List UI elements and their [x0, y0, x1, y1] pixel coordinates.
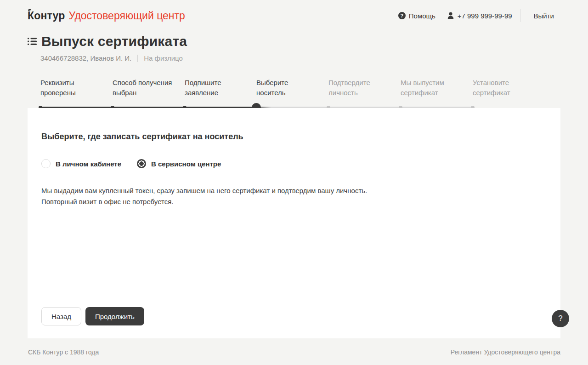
- title-row: Выпуск сертификата: [28, 33, 560, 50]
- logout-button[interactable]: Выйти: [534, 12, 554, 20]
- radio-circle-selected[interactable]: [137, 159, 146, 168]
- step-issue-certificate: Мы выпустим сертификат: [401, 78, 451, 98]
- user-phone: +7 999 999-99-99: [458, 12, 512, 20]
- person-icon: [447, 12, 454, 19]
- help-question-icon: ?: [398, 12, 406, 19]
- step-install-certificate: Установите сертификат: [473, 78, 523, 98]
- subtitle-id: 340466728832, Иванов И. И.: [40, 54, 131, 62]
- help-fab-button[interactable]: ?: [552, 310, 569, 327]
- main-card: Выберите, где записать сертификат на нос…: [28, 108, 560, 338]
- progress-stepper: Реквизиты проверены Способ получения выб…: [28, 78, 560, 108]
- radio-circle-unselected[interactable]: [41, 159, 51, 168]
- radio-personal-account[interactable]: В личном кабинете: [41, 159, 121, 168]
- top-bar-right: ? Помощь +7 999 999-99-99 Выйти: [398, 9, 554, 22]
- description-line-2: Повторный визит в офис не потребуется.: [41, 198, 174, 205]
- logo-brand: Контур: [28, 10, 65, 22]
- help-label: Помощь: [409, 12, 435, 20]
- list-menu-icon[interactable]: [28, 37, 37, 46]
- footer-company: СКБ Контур с 1988 года: [28, 348, 99, 356]
- stepper-labels: Реквизиты проверены Способ получения выб…: [28, 78, 560, 103]
- radio-label-service-center[interactable]: В сервисном центре: [151, 160, 221, 168]
- back-button[interactable]: Назад: [41, 307, 81, 325]
- continue-button[interactable]: Продолжить: [85, 307, 144, 325]
- header-divider: [520, 9, 521, 22]
- step-choose-carrier: Выберите носитель: [256, 78, 298, 98]
- subtitle-type: На физлицо: [144, 54, 183, 62]
- radio-service-center[interactable]: В сервисном центре: [137, 159, 221, 168]
- kontur-logo[interactable]: Контур Удостоверяющий центр: [28, 10, 185, 22]
- top-bar: Контур Удостоверяющий центр ? Помощь +7 …: [0, 0, 588, 22]
- stepper-track: [28, 103, 560, 108]
- step-delivery-chosen: Способ получения выбран: [113, 78, 177, 98]
- carrier-description: Мы выдадим вам купленный токен, сразу за…: [41, 185, 455, 207]
- step-requisites-checked: Реквизиты проверены: [40, 78, 86, 98]
- radio-label-personal-account[interactable]: В личном кабинете: [56, 160, 121, 168]
- step-dot-4-active: [252, 103, 261, 108]
- carrier-radio-group: В личном кабинете В сервисном центре: [41, 159, 547, 168]
- card-actions: Назад Продолжить: [41, 307, 144, 325]
- footer-regulations-link[interactable]: Регламент Удостоверяющего центра: [451, 348, 560, 356]
- page-subtitle: 340466728832, Иванов И. И. На физлицо: [40, 54, 560, 62]
- logo-product: Удостоверяющий центр: [69, 10, 185, 22]
- step-sign-application: Подпишите заявление: [185, 78, 231, 98]
- help-menu-item[interactable]: ? Помощь: [398, 12, 435, 20]
- user-phone-item[interactable]: +7 999 999-99-99: [447, 12, 512, 20]
- page-title: Выпуск сертификата: [41, 33, 187, 50]
- description-line-1: Мы выдадим вам купленный токен, сразу за…: [41, 187, 367, 194]
- card-heading: Выберите, где записать сертификат на нос…: [41, 108, 547, 142]
- footer: СКБ Контур с 1988 года Регламент Удостов…: [28, 348, 560, 356]
- subtitle-divider: [137, 55, 138, 62]
- step-confirm-identity: Подтвердите личность: [328, 78, 379, 98]
